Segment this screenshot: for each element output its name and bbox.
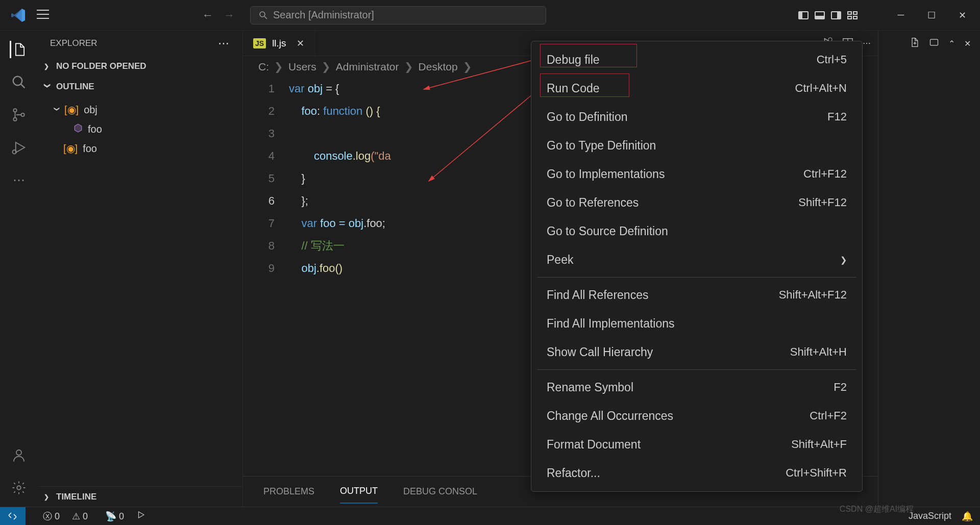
vscode-logo-icon xyxy=(10,7,27,23)
menu-change-all[interactable]: Change All OccurrencesCtrl+F2 xyxy=(531,402,862,430)
status-language[interactable]: JavaScript xyxy=(909,511,951,521)
status-bar: ⓧ 0 ⚠ 0 📡 0 JavaScript 🔔 xyxy=(0,507,980,525)
remote-button[interactable] xyxy=(0,507,26,526)
outline-item-foo-method[interactable]: foo xyxy=(38,119,242,139)
search-placeholder: Search [Administrator] xyxy=(273,9,374,21)
chevron-right-icon: ❯ xyxy=(44,63,51,70)
layout-grid-icon[interactable] xyxy=(847,11,857,19)
timeline-section[interactable]: ❯ TIMELINE xyxy=(38,486,243,507)
explorer-icon[interactable] xyxy=(10,41,27,58)
svg-point-4 xyxy=(21,113,24,116)
menu-go-source-def[interactable]: Go to Source Definition xyxy=(531,217,862,245)
explorer-more-icon[interactable]: ⋯ xyxy=(218,37,230,50)
title-bar: ← → Search [Administrator] ─ ☐ ✕ xyxy=(0,0,980,31)
panel-tab-problems[interactable]: PROBLEMS xyxy=(263,480,314,503)
outline-item-obj[interactable]: ❯ [◉] obj xyxy=(38,100,242,119)
status-notifications-icon[interactable]: 🔔 xyxy=(962,511,973,522)
class-icon: [◉] xyxy=(63,142,78,155)
explorer-sidebar: EXPLORER ⋯ ❯ NO FOLDER OPENED ❯ OUTLINE … xyxy=(38,31,243,507)
svg-point-7 xyxy=(17,486,21,490)
outline-section[interactable]: ❯ OUTLINE xyxy=(38,77,242,97)
close-button[interactable]: ✕ xyxy=(949,5,975,26)
search-icon[interactable] xyxy=(10,73,28,91)
tab-ll-js[interactable]: JS ll.js ✕ xyxy=(243,31,315,56)
menu-debug-file[interactable]: Debug fileCtrl+5 xyxy=(531,45,862,74)
line-numbers: 123 456 789 xyxy=(243,78,289,476)
explorer-title: EXPLORER xyxy=(50,38,97,48)
svg-rect-10 xyxy=(930,39,938,45)
menu-separator xyxy=(537,277,856,278)
menu-go-refs[interactable]: Go to ReferencesShift+F12 xyxy=(531,188,862,217)
collapse-icon[interactable]: ⌃ xyxy=(948,39,955,48)
debug-icon[interactable] xyxy=(10,139,28,156)
menu-go-type-def[interactable]: Go to Type Definition xyxy=(531,131,862,160)
no-folder-section[interactable]: ❯ NO FOLDER OPENED xyxy=(38,56,242,77)
svg-point-6 xyxy=(16,450,21,455)
menu-separator xyxy=(537,369,856,370)
activity-bar: ⋯ xyxy=(0,31,38,507)
menu-find-impl[interactable]: Find All Implementations xyxy=(531,309,862,338)
js-file-icon: JS xyxy=(253,38,266,48)
new-file-icon[interactable] xyxy=(910,37,920,49)
panel-tab-output[interactable]: OUTPUT xyxy=(340,480,378,504)
nav-back-icon[interactable]: ← xyxy=(202,9,213,22)
menu-refactor[interactable]: Refactor...Ctrl+Shift+R xyxy=(531,459,862,487)
account-icon[interactable] xyxy=(10,446,28,464)
status-ports[interactable]: 📡 0 xyxy=(105,511,124,522)
hamburger-menu-icon[interactable] xyxy=(37,10,49,21)
status-errors[interactable]: ⓧ 0 xyxy=(43,510,60,522)
menu-run-code[interactable]: Run CodeCtrl+Alt+N xyxy=(531,74,862,103)
status-run-icon[interactable] xyxy=(136,510,145,522)
nav-forward-icon[interactable]: → xyxy=(224,9,235,22)
menu-call-hierarchy[interactable]: Show Call HierarchyShift+Alt+H xyxy=(531,338,862,366)
svg-point-0 xyxy=(260,12,265,17)
search-input[interactable]: Search [Administrator] xyxy=(250,6,546,24)
more-actions-icon[interactable]: ⋯ xyxy=(863,38,871,48)
chevron-down-icon: ❯ xyxy=(44,83,51,90)
menu-go-impl[interactable]: Go to ImplementationsCtrl+F12 xyxy=(531,160,862,188)
chevron-right-icon: ❯ xyxy=(44,493,51,501)
svg-point-2 xyxy=(13,109,16,112)
menu-go-definition[interactable]: Go to DefinitionF12 xyxy=(531,103,862,131)
method-icon xyxy=(74,123,83,135)
context-menu: Debug fileCtrl+5 Run CodeCtrl+Alt+N Go t… xyxy=(531,41,863,492)
tab-label: ll.js xyxy=(272,38,286,49)
maximize-button[interactable]: ☐ xyxy=(919,5,944,26)
minimize-button[interactable]: ─ xyxy=(888,5,914,26)
chevron-down-icon: ❯ xyxy=(54,106,60,113)
menu-peek[interactable]: Peek❯ xyxy=(531,245,862,274)
more-icon[interactable]: ⋯ xyxy=(10,171,28,189)
layout-bottom-icon[interactable] xyxy=(815,11,825,19)
menu-format[interactable]: Format DocumentShift+Alt+F xyxy=(531,430,862,459)
outline-item-foo-class[interactable]: [◉] foo xyxy=(38,139,242,158)
watermark-text: CSDN @超维AI编程 xyxy=(840,504,914,515)
class-icon: [◉] xyxy=(64,104,79,116)
source-control-icon[interactable] xyxy=(10,106,28,123)
layout-right-icon[interactable] xyxy=(831,11,841,19)
panel-tab-debug-console[interactable]: DEBUG CONSOL xyxy=(403,480,477,503)
menu-rename[interactable]: Rename SymbolF2 xyxy=(531,373,862,402)
layout-left-icon[interactable] xyxy=(798,11,808,19)
right-panel: ⌃ ✕ xyxy=(878,31,980,507)
svg-point-3 xyxy=(13,118,16,121)
settings-gear-icon[interactable] xyxy=(10,479,28,496)
chevron-right-icon: ❯ xyxy=(840,255,847,265)
menu-find-refs[interactable]: Find All ReferencesShift+Alt+F12 xyxy=(531,281,862,309)
new-chat-icon[interactable] xyxy=(929,37,939,49)
close-panel-icon[interactable]: ✕ xyxy=(964,39,971,48)
status-warnings[interactable]: ⚠ 0 xyxy=(72,511,88,522)
close-icon[interactable]: ✕ xyxy=(297,38,304,49)
svg-point-1 xyxy=(13,77,22,86)
